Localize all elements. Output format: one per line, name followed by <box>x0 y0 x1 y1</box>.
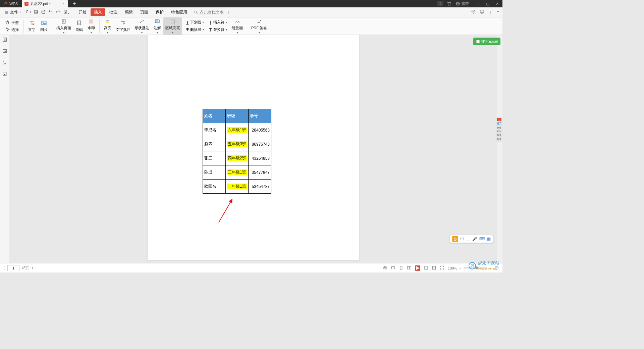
tab-protect[interactable]: 保护 <box>152 8 167 16</box>
insert-char-tool[interactable]: T̬插入符▾ <box>208 19 228 25</box>
svg-rect-4 <box>480 10 484 13</box>
singlepage-icon[interactable] <box>399 265 404 271</box>
tab-edit[interactable]: 编辑 <box>121 8 136 16</box>
keyboard-icon[interactable]: ⌨ <box>479 237 485 241</box>
save-icon[interactable] <box>34 9 38 15</box>
pdf-sign[interactable]: PDF 签名▾ <box>249 17 269 35</box>
quick-access-toolbar: ▾ <box>26 9 69 15</box>
ime-lang[interactable]: 中 <box>460 236 464 242</box>
open-icon[interactable] <box>26 9 31 15</box>
close-button[interactable]: ✕ <box>494 1 500 6</box>
replace-char-tool[interactable]: Ṱ替换符▾ <box>208 27 228 33</box>
clothes-icon[interactable] <box>447 1 451 6</box>
maximize-button[interactable]: ▢ <box>485 1 490 6</box>
minimize-button[interactable]: — <box>476 1 481 6</box>
attachment-icon[interactable] <box>2 60 7 66</box>
svg-line-21 <box>219 199 232 222</box>
convert-panel-icon[interactable] <box>2 71 7 78</box>
wps-icon <box>3 1 8 6</box>
col-name: 姓名 <box>203 109 226 123</box>
fullscreen-icon[interactable] <box>440 265 444 271</box>
collapse-ribbon-icon[interactable]: ⌃ <box>496 10 500 15</box>
wps-name: WPS <box>9 2 18 6</box>
prev-page-icon[interactable]: ⟨ <box>3 266 5 270</box>
picture-panel-icon[interactable] <box>2 48 7 55</box>
tab-start[interactable]: 开始 <box>75 8 90 16</box>
tab-special[interactable]: 特色应用 <box>168 8 191 16</box>
page-icon <box>60 18 68 25</box>
arrow-annotation <box>217 197 234 223</box>
convert-excel-float: 转为Excel <box>473 38 500 45</box>
tab-annotate[interactable]: 批注 <box>106 8 121 16</box>
freedraw-icon <box>233 18 241 25</box>
convert-to-excel-button[interactable]: 转为Excel <box>473 38 500 45</box>
watermark[interactable]: 水印▾ <box>85 17 97 35</box>
highlight[interactable]: abc高亮▾ <box>102 17 114 35</box>
student-table: 姓名 班级 学号 李成名六年级1班28405563 赵四五年级3班8697674… <box>203 109 271 194</box>
vertical-scrollbar[interactable] <box>497 35 502 263</box>
file-menu[interactable]: 文件 ▾ <box>3 9 23 16</box>
svg-rect-14 <box>155 19 159 22</box>
strike-icon: T <box>186 27 189 32</box>
new-tab-button[interactable]: + <box>70 0 78 7</box>
watermark-logo-icon: G <box>469 262 476 269</box>
title-badge[interactable]: 1 <box>437 1 443 6</box>
col-class: 班级 <box>226 109 249 123</box>
insert-page[interactable]: 插入页面▾ <box>54 17 73 35</box>
area-highlight[interactable]: 区域高亮▾ <box>163 17 182 35</box>
page-input[interactable] <box>7 265 19 271</box>
screen-icon[interactable] <box>480 9 484 15</box>
ime-punct[interactable]: ， <box>466 236 470 242</box>
mic-icon[interactable]: 🎤 <box>472 237 477 241</box>
play-button[interactable] <box>415 265 420 271</box>
tab-page[interactable]: 页面 <box>137 8 152 16</box>
svg-point-1 <box>457 3 459 4</box>
table-row: 赵四五年级3班86976743 <box>203 137 271 151</box>
svg-rect-26 <box>408 266 409 269</box>
document-tab[interactable]: P 姓名22.pdf * • <box>22 0 68 7</box>
convert-icon[interactable]: ▾ <box>63 9 69 15</box>
next-page-icon[interactable]: ⟩ <box>32 266 33 270</box>
print-icon[interactable] <box>41 9 46 15</box>
pdf-icon: P <box>24 2 29 6</box>
ime-toolbar[interactable]: S 中 ， 🎤 ⌨ ▦ <box>450 235 493 243</box>
annotation[interactable]: 注解▾ <box>151 17 163 35</box>
select-tool[interactable]: 选择 <box>4 27 20 33</box>
insert-image[interactable]: 图片 <box>38 19 50 33</box>
sogou-icon: S <box>452 236 458 242</box>
grid-icon[interactable]: ▦ <box>487 237 491 241</box>
page-number[interactable]: #页码 <box>73 19 85 33</box>
search-input[interactable] <box>200 10 226 15</box>
tab-insert[interactable]: 插入 <box>91 8 105 16</box>
search-box[interactable]: ⁝ <box>194 10 229 15</box>
underline-tool[interactable]: T̲下划线▾ <box>185 19 205 25</box>
text-annotation[interactable]: 文字批注 <box>114 19 132 33</box>
areahl-icon <box>169 18 177 25</box>
undo-icon[interactable] <box>48 9 53 15</box>
fitpage-icon[interactable]: 1 <box>424 265 428 271</box>
gear-icon[interactable] <box>471 9 476 15</box>
zoom-out-icon[interactable]: − <box>459 266 461 270</box>
shape-annotation[interactable]: 形状批注▾ <box>132 17 151 35</box>
note-icon <box>153 18 161 25</box>
network-meter[interactable]: 1 67 0.0 K/s 0.9 K/s <box>496 117 502 142</box>
thumbnail-icon[interactable] <box>2 37 7 44</box>
svg-point-23 <box>384 267 386 268</box>
free-draw[interactable]: 随意画▾ <box>230 17 245 35</box>
insert-text[interactable]: 文字 <box>26 19 38 33</box>
twopage-icon[interactable] <box>407 265 412 271</box>
tab-title: 姓名22.pdf * <box>31 1 51 6</box>
strike-tool[interactable]: T删除线▾ <box>185 27 205 33</box>
more-icon[interactable]: ⋮ <box>488 10 492 15</box>
actual-size-icon[interactable] <box>432 265 436 271</box>
user-account[interactable]: 蕾蕾 <box>455 1 469 6</box>
fitwidth-icon[interactable] <box>391 265 395 271</box>
highlighted-cell: 五年级3班 <box>227 141 247 147</box>
eye-icon[interactable] <box>383 265 387 271</box>
svg-rect-27 <box>410 266 411 269</box>
zoom-level[interactable]: 100% <box>448 266 457 270</box>
hand-tool[interactable]: 手型 <box>4 20 20 26</box>
redo-icon[interactable] <box>56 9 60 15</box>
page-total: /2页 <box>22 265 29 270</box>
pdf-page: 姓名 班级 学号 李成名六年级1班28405563 赵四五年级3班8697674… <box>148 35 359 260</box>
